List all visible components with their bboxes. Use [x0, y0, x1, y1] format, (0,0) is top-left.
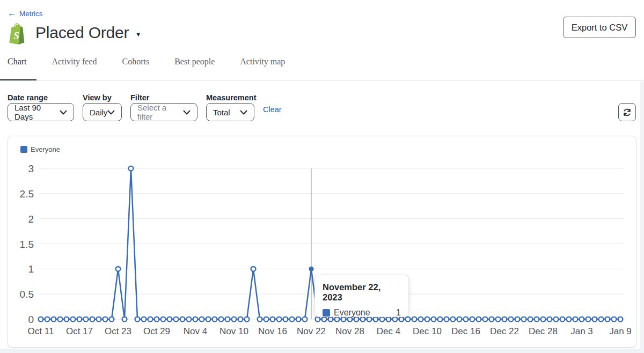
svg-text:0.5: 0.5 — [20, 289, 34, 300]
clear-filters-link[interactable]: Clear — [263, 105, 282, 114]
chevron-down-icon — [60, 110, 67, 115]
svg-text:2.5: 2.5 — [20, 188, 34, 200]
date-range-value: Last 90 Days — [14, 103, 60, 121]
svg-text:Oct 17: Oct 17 — [66, 326, 93, 336]
title-caret-icon: ▼ — [135, 31, 141, 38]
filter-select[interactable]: Select a filter — [130, 103, 197, 121]
svg-text:Oct 29: Oct 29 — [143, 326, 170, 336]
date-range-select[interactable]: Last 90 Days — [8, 103, 74, 121]
tab-chart[interactable]: Chart — [8, 57, 27, 67]
svg-text:Dec 16: Dec 16 — [451, 326, 480, 336]
back-to-metrics-link[interactable]: ← Metrics — [8, 9, 43, 18]
page-background-strip — [0, 349, 644, 353]
export-to-csv-button[interactable]: Export to CSV — [563, 17, 636, 38]
svg-text:Oct 23: Oct 23 — [105, 326, 131, 336]
svg-text:3: 3 — [28, 163, 34, 174]
chevron-down-icon — [240, 110, 247, 115]
view-by-value: Daily — [90, 108, 107, 117]
shopify-logo-icon: S — [7, 22, 27, 45]
chart-tooltip: November 22, 2023 Everyone 1 — [314, 275, 409, 317]
metric-title-dropdown[interactable]: Placed Order ▼ — [35, 24, 141, 42]
view-by-label: View by — [83, 93, 112, 102]
svg-text:Dec 4: Dec 4 — [377, 326, 400, 336]
refresh-button[interactable] — [618, 103, 636, 121]
chevron-down-icon — [107, 110, 115, 115]
view-by-select[interactable]: Daily — [83, 103, 122, 121]
filter-label: Filter — [130, 93, 149, 102]
filter-placeholder: Select a filter — [137, 103, 183, 121]
tab-activity-map[interactable]: Activity map — [240, 57, 285, 67]
svg-text:Dec 10: Dec 10 — [413, 326, 442, 336]
tab-best-people[interactable]: Best people — [174, 57, 215, 67]
scrollbar-gutter-vertical — [640, 82, 644, 353]
tooltip-date: November 22, 2023 — [323, 282, 401, 303]
svg-text:Nov 28: Nov 28 — [335, 326, 364, 336]
tab-activity-feed[interactable]: Activity feed — [52, 57, 97, 67]
tab-cohorts[interactable]: Cohorts — [122, 57, 150, 67]
svg-text:0: 0 — [28, 314, 34, 325]
back-arrow-icon: ← — [8, 9, 16, 18]
tooltip-series-name: Everyone — [334, 308, 370, 318]
svg-text:Dec 28: Dec 28 — [529, 326, 558, 336]
tabs-divider — [0, 80, 644, 81]
chart-card: Everyone 00.511.522.53Oct 11Oct 17Oct 23… — [8, 136, 636, 348]
svg-text:1.5: 1.5 — [20, 239, 34, 250]
svg-text:Nov 22: Nov 22 — [297, 326, 326, 336]
measurement-label: Measurement — [206, 93, 256, 102]
svg-text:Jan 9: Jan 9 — [609, 326, 632, 336]
svg-text:Nov 10: Nov 10 — [219, 326, 248, 336]
tab-bar: Chart Activity feed Cohorts Best people … — [8, 57, 285, 67]
chevron-down-icon — [183, 110, 191, 115]
svg-text:2: 2 — [28, 214, 34, 225]
svg-text:Nov 16: Nov 16 — [258, 326, 287, 336]
svg-text:S: S — [13, 30, 19, 41]
svg-text:Oct 11: Oct 11 — [28, 326, 54, 336]
svg-text:Nov 4: Nov 4 — [184, 326, 207, 336]
svg-text:1: 1 — [28, 263, 34, 275]
page-title: Placed Order — [35, 24, 129, 42]
tooltip-series-value: 1 — [396, 308, 401, 318]
date-range-label: Date range — [8, 93, 48, 102]
measurement-value: Total — [213, 108, 230, 117]
svg-text:Dec 22: Dec 22 — [490, 326, 519, 336]
back-link-label: Metrics — [19, 10, 43, 18]
svg-text:Jan 3: Jan 3 — [570, 326, 593, 336]
tooltip-series-swatch — [323, 309, 330, 317]
refresh-icon — [623, 108, 632, 117]
measurement-select[interactable]: Total — [206, 103, 254, 121]
